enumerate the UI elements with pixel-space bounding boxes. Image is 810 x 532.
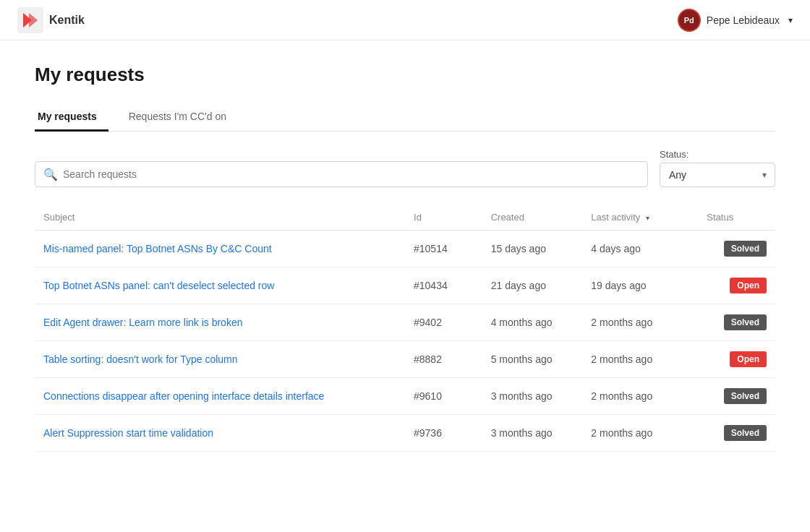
request-id: #10434 bbox=[414, 280, 448, 291]
request-id: #8882 bbox=[414, 353, 442, 365]
table-row: Table sorting: doesn't work for Type col… bbox=[35, 341, 775, 378]
requests-table: Subject Id Created Last activity ▾ Statu… bbox=[35, 205, 775, 452]
col-header-status: Status bbox=[698, 205, 775, 231]
cell-id: #9610 bbox=[405, 378, 482, 415]
request-id: #9736 bbox=[414, 427, 442, 439]
cell-id: #9736 bbox=[405, 415, 482, 452]
created-date: 3 months ago bbox=[491, 427, 553, 439]
cell-last-activity: 19 days ago bbox=[582, 267, 698, 304]
cell-created: 3 months ago bbox=[482, 415, 583, 452]
cell-status: Open bbox=[698, 341, 775, 378]
cell-id: #10514 bbox=[405, 231, 482, 267]
status-badge: Solved bbox=[724, 388, 767, 404]
avatar-initials: Pd bbox=[679, 10, 699, 30]
table-row: Alert Suppression start time validation … bbox=[35, 415, 775, 452]
tab-my-requests[interactable]: My requests bbox=[35, 103, 108, 132]
top-navigation: Kentik Pd Pepe Lebideaux ▾ bbox=[0, 0, 810, 40]
col-header-id: Id bbox=[405, 205, 482, 231]
request-subject-link[interactable]: Edit Agent drawer: Learn more link is br… bbox=[43, 317, 242, 328]
cell-id: #8882 bbox=[405, 341, 482, 378]
last-activity-date: 4 days ago bbox=[591, 243, 641, 254]
cell-last-activity: 2 months ago bbox=[582, 378, 698, 415]
cell-subject: Edit Agent drawer: Learn more link is br… bbox=[35, 304, 405, 341]
user-menu-chevron-down-icon[interactable]: ▾ bbox=[788, 15, 793, 25]
cell-status: Open bbox=[698, 267, 775, 304]
request-subject-link[interactable]: Connections disappear after opening inte… bbox=[43, 390, 324, 402]
cell-id: #9402 bbox=[405, 304, 482, 341]
kentik-logo[interactable]: Kentik bbox=[17, 7, 85, 33]
search-icon: 🔍 bbox=[43, 168, 58, 181]
cell-status: Solved bbox=[698, 231, 775, 267]
cell-created: 21 days ago bbox=[482, 267, 583, 304]
sort-arrow-icon: ▾ bbox=[646, 214, 649, 222]
cell-status: Solved bbox=[698, 415, 775, 452]
table-row: Mis-named panel: Top Botnet ASNs By C&C … bbox=[35, 231, 775, 267]
tabs: My requests Requests I'm CC'd on bbox=[35, 103, 775, 132]
col-header-created: Created bbox=[482, 205, 583, 231]
status-badge: Solved bbox=[724, 241, 767, 257]
table-header: Subject Id Created Last activity ▾ Statu… bbox=[35, 205, 775, 231]
created-date: 3 months ago bbox=[491, 390, 553, 402]
cell-subject: Top Botnet ASNs panel: can't deselect se… bbox=[35, 267, 405, 304]
last-activity-date: 2 months ago bbox=[591, 390, 652, 402]
created-date: 21 days ago bbox=[491, 280, 546, 291]
request-subject-link[interactable]: Mis-named panel: Top Botnet ASNs By C&C … bbox=[43, 243, 272, 254]
request-subject-link[interactable]: Table sorting: doesn't work for Type col… bbox=[43, 353, 238, 365]
kentik-brand-name: Kentik bbox=[49, 14, 85, 27]
cell-subject: Alert Suppression start time validation bbox=[35, 415, 405, 452]
status-badge: Solved bbox=[724, 314, 767, 330]
request-id: #10514 bbox=[414, 243, 448, 254]
last-activity-date: 2 months ago bbox=[591, 317, 652, 328]
page-title: My requests bbox=[35, 64, 775, 86]
status-badge: Open bbox=[730, 351, 767, 367]
avatar: Pd bbox=[678, 9, 701, 32]
search-wrapper: 🔍 bbox=[35, 161, 648, 187]
request-id: #9610 bbox=[414, 390, 442, 402]
cell-created: 5 months ago bbox=[482, 341, 583, 378]
status-badge: Open bbox=[730, 278, 767, 293]
tab-cc-requests[interactable]: Requests I'm CC'd on bbox=[126, 103, 238, 132]
last-activity-date: 2 months ago bbox=[591, 427, 652, 439]
col-header-last-activity[interactable]: Last activity ▾ bbox=[582, 205, 698, 231]
cell-last-activity: 2 months ago bbox=[582, 415, 698, 452]
request-id: #9402 bbox=[414, 317, 442, 328]
table-body: Mis-named panel: Top Botnet ASNs By C&C … bbox=[35, 231, 775, 452]
user-name[interactable]: Pepe Lebideaux bbox=[707, 14, 780, 26]
cell-status: Solved bbox=[698, 304, 775, 341]
cell-created: 4 months ago bbox=[482, 304, 583, 341]
status-filter: Status: Any Open Solved Pending On-hold … bbox=[660, 149, 775, 187]
last-activity-date: 2 months ago bbox=[591, 353, 652, 365]
request-subject-link[interactable]: Alert Suppression start time validation bbox=[43, 427, 213, 439]
col-header-subject: Subject bbox=[35, 205, 405, 231]
cell-created: 3 months ago bbox=[482, 378, 583, 415]
cell-last-activity: 4 days ago bbox=[582, 231, 698, 267]
table-row: Connections disappear after opening inte… bbox=[35, 378, 775, 415]
nav-right: Pd Pepe Lebideaux ▾ bbox=[678, 9, 793, 32]
status-badge: Solved bbox=[724, 425, 767, 441]
status-select[interactable]: Any Open Solved Pending On-hold bbox=[660, 163, 775, 187]
table-row: Edit Agent drawer: Learn more link is br… bbox=[35, 304, 775, 341]
cell-created: 15 days ago bbox=[482, 231, 583, 267]
cell-subject: Connections disappear after opening inte… bbox=[35, 378, 405, 415]
table-row: Top Botnet ASNs panel: can't deselect se… bbox=[35, 267, 775, 304]
kentik-logo-icon bbox=[17, 7, 43, 33]
cell-last-activity: 2 months ago bbox=[582, 304, 698, 341]
cell-last-activity: 2 months ago bbox=[582, 341, 698, 378]
cell-status: Solved bbox=[698, 378, 775, 415]
nav-left: Kentik bbox=[17, 7, 85, 33]
status-filter-label: Status: bbox=[660, 149, 775, 160]
main-content: My requests My requests Requests I'm CC'… bbox=[0, 40, 810, 452]
last-activity-date: 19 days ago bbox=[591, 280, 646, 291]
created-date: 15 days ago bbox=[491, 243, 546, 254]
cell-subject: Table sorting: doesn't work for Type col… bbox=[35, 341, 405, 378]
cell-subject: Mis-named panel: Top Botnet ASNs By C&C … bbox=[35, 231, 405, 267]
status-select-wrapper: Any Open Solved Pending On-hold ▾ bbox=[660, 163, 775, 187]
cell-id: #10434 bbox=[405, 267, 482, 304]
request-subject-link[interactable]: Top Botnet ASNs panel: can't deselect se… bbox=[43, 280, 274, 291]
created-date: 4 months ago bbox=[491, 317, 553, 328]
search-filter-row: 🔍 Status: Any Open Solved Pending On-hol… bbox=[35, 149, 775, 187]
search-input[interactable] bbox=[35, 161, 648, 187]
created-date: 5 months ago bbox=[491, 353, 553, 365]
